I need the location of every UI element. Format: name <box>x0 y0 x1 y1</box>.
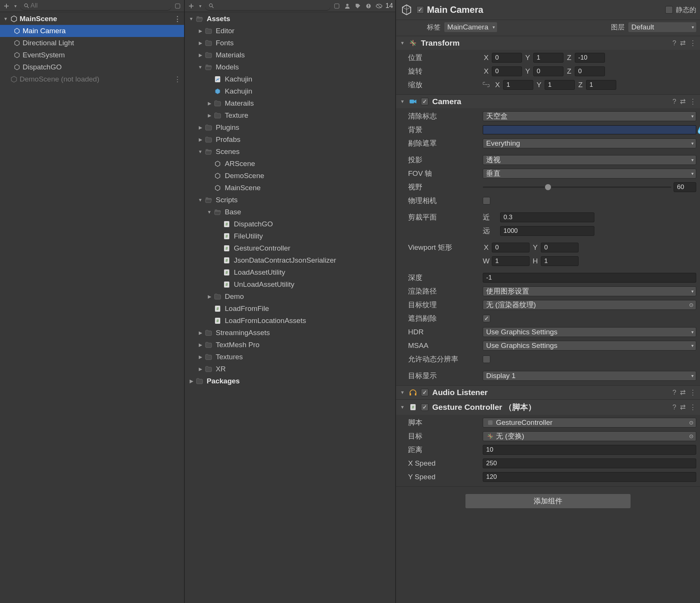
project-folder[interactable]: ▶ Textures <box>185 351 395 363</box>
yspeed-field[interactable] <box>483 472 696 482</box>
preset-icon[interactable]: ⇄ <box>680 97 686 106</box>
add-component-button[interactable]: 添加组件 <box>465 494 631 509</box>
component-header[interactable]: ▼ Transform ? ⇄ ⋮ <box>396 36 700 50</box>
depth-field[interactable] <box>483 273 696 283</box>
component-enabled-checkbox[interactable] <box>421 389 428 396</box>
component-header[interactable]: ▼ Camera ? ⇄ ⋮ <box>396 95 700 108</box>
project-folder[interactable]: ▶ XR <box>185 363 395 375</box>
project-search[interactable] <box>205 2 330 11</box>
kebab-icon[interactable]: ⋮ <box>689 388 696 397</box>
foldout-icon[interactable]: ▼ <box>400 390 405 395</box>
viewport-x[interactable] <box>492 243 530 252</box>
background-color[interactable]: 💧 <box>483 125 696 134</box>
component-enabled-checkbox[interactable] <box>421 98 428 105</box>
foldout-icon[interactable]: ▼ <box>198 65 203 70</box>
project-asset[interactable]: # GestureController <box>185 242 395 254</box>
eyedropper-icon[interactable]: 💧 <box>696 126 700 134</box>
rotation-z[interactable] <box>575 66 605 76</box>
project-folder[interactable]: ▶ Profabs <box>185 134 395 146</box>
culling-mask-dropdown[interactable]: Everything <box>483 138 696 148</box>
foldout-icon[interactable]: ▼ <box>189 16 194 22</box>
foldout-icon[interactable]: ▶ <box>198 125 203 130</box>
project-asset[interactable]: # FileUtility <box>185 230 395 242</box>
target-texture-field[interactable]: 无 (渲染器纹理) <box>483 300 696 310</box>
xspeed-field[interactable] <box>483 458 696 468</box>
filter-person-icon[interactable] <box>343 2 352 10</box>
foldout-icon[interactable]: ▼ <box>207 209 212 215</box>
rotation-x[interactable] <box>492 66 522 76</box>
foldout-icon[interactable]: ▶ <box>198 40 203 46</box>
scene-unloaded[interactable]: ▼ DemoScene (not loaded) ⋮ <box>0 73 184 85</box>
tag-dropdown[interactable]: MainCamera <box>444 22 497 32</box>
foldout-icon[interactable]: ▼ <box>400 405 405 410</box>
help-icon[interactable]: ? <box>672 389 676 397</box>
component-enabled-checkbox[interactable] <box>421 403 428 411</box>
scale-y[interactable] <box>545 80 575 90</box>
project-folder[interactable]: ▶ Plugins <box>185 122 395 134</box>
project-asset[interactable]: # DispatchGO <box>185 218 395 230</box>
foldout-icon[interactable]: ▶ <box>189 378 194 384</box>
project-folder[interactable]: ▶ TextMesh Pro <box>185 339 395 351</box>
scale-z[interactable] <box>586 80 616 90</box>
foldout-icon[interactable]: ▶ <box>198 366 203 372</box>
near-clip[interactable] <box>500 212 594 222</box>
project-asset[interactable]: # LoadFromFile <box>185 303 395 315</box>
create-icon[interactable] <box>187 2 195 10</box>
hierarchy-item[interactable]: Main Camera <box>0 25 184 37</box>
kebab-icon[interactable]: ⋮ <box>689 97 696 106</box>
fov-value[interactable] <box>674 182 696 192</box>
far-clip[interactable] <box>500 226 594 236</box>
create-icon[interactable] <box>2 2 11 10</box>
project-folder[interactable]: ▶ Fonts <box>185 37 395 49</box>
foldout-icon[interactable]: ▼ <box>400 40 405 46</box>
preset-icon[interactable]: ⇄ <box>680 403 686 411</box>
static-checkbox[interactable] <box>665 6 673 14</box>
foldout-icon[interactable]: ▼ <box>400 99 405 104</box>
foldout-icon[interactable]: ▶ <box>207 101 212 106</box>
help-icon[interactable]: ? <box>672 403 676 411</box>
hierarchy-item[interactable]: Directional Light <box>0 37 184 49</box>
gameobject-name[interactable]: Main Camera <box>427 5 483 15</box>
project-folder[interactable]: ▶ StreamingAssets <box>185 327 395 339</box>
project-folder[interactable]: ▶ Demo <box>185 291 395 303</box>
position-z[interactable] <box>575 53 605 63</box>
project-folder[interactable]: ▶ Editor <box>185 25 395 37</box>
project-folder[interactable]: ▼ Base <box>185 206 395 218</box>
foldout-icon[interactable]: ▶ <box>207 294 212 299</box>
foldout-icon[interactable]: ▶ <box>198 342 203 348</box>
kebab-icon[interactable]: ⋮ <box>689 39 696 47</box>
scene-picker-icon[interactable] <box>173 2 182 10</box>
project-folder[interactable]: ▼ Scenes <box>185 146 395 158</box>
layer-dropdown[interactable]: Default <box>628 22 696 32</box>
foldout-icon[interactable]: ▼ <box>198 149 203 154</box>
target-field[interactable]: 无 (变换) <box>483 431 696 441</box>
filter-type-icon[interactable] <box>333 2 341 10</box>
project-folder[interactable]: ▼ Models <box>185 61 395 73</box>
hdr-dropdown[interactable]: Use Graphics Settings <box>483 327 696 337</box>
foldout-icon[interactable]: ▼ <box>3 16 8 22</box>
project-search-input[interactable] <box>215 2 328 9</box>
scale-x[interactable] <box>503 80 533 90</box>
distance-field[interactable] <box>483 445 696 455</box>
create-dropdown-icon[interactable]: ▾ <box>13 3 18 9</box>
scene-root[interactable]: ▼ MainScene ⋮ <box>0 13 184 25</box>
filter-label-icon[interactable] <box>354 2 362 10</box>
hierarchy-search-input[interactable] <box>31 2 169 9</box>
project-asset[interactable]: Kachujin <box>185 73 395 85</box>
project-root-assets[interactable]: ▼ Assets <box>185 13 395 25</box>
save-filter-icon[interactable] <box>364 2 373 10</box>
hidden-icon[interactable] <box>375 2 383 10</box>
project-folder[interactable]: ▶ Materials <box>185 49 395 61</box>
kebab-icon[interactable]: ⋮ <box>689 403 696 411</box>
preset-icon[interactable]: ⇄ <box>680 388 686 397</box>
project-asset[interactable]: ARScene <box>185 158 395 170</box>
foldout-icon[interactable]: ▶ <box>198 137 203 142</box>
gameobject-enabled-checkbox[interactable] <box>416 6 424 14</box>
foldout-icon[interactable]: ▶ <box>198 52 203 58</box>
create-dropdown-icon[interactable]: ▾ <box>198 3 203 9</box>
project-folder[interactable]: ▶ Materails <box>185 97 395 109</box>
project-asset[interactable]: DemoScene <box>185 170 395 182</box>
constrain-icon[interactable] <box>483 81 490 89</box>
foldout-icon[interactable]: ▶ <box>198 330 203 335</box>
foldout-icon[interactable]: ▶ <box>207 113 212 118</box>
